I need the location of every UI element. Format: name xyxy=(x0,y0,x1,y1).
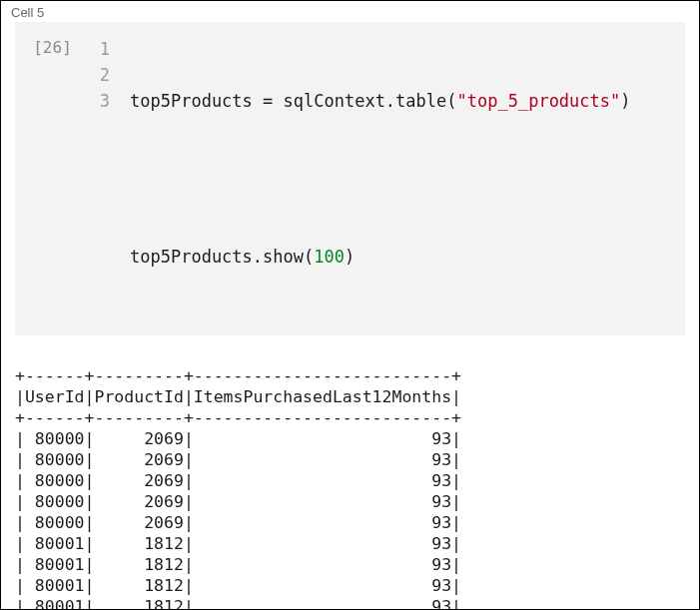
execution-count: [26] xyxy=(15,36,90,321)
line-gutter: 1 2 3 xyxy=(90,36,130,321)
code-token: top5Products = sqlContext.table( xyxy=(130,91,457,111)
code-token: ) xyxy=(345,247,354,267)
code-number: 100 xyxy=(314,247,345,267)
code-string: "top_5_products" xyxy=(457,91,621,111)
cell-title: Cell 5 xyxy=(1,1,699,22)
output-table: +------+---------+----------------------… xyxy=(15,365,685,610)
code-cell[interactable]: [26] 1 2 3 top5Products = sqlContext.tab… xyxy=(15,22,685,335)
code-content[interactable]: top5Products = sqlContext.table("top_5_p… xyxy=(130,36,631,321)
code-token: top5Products.show( xyxy=(130,247,314,267)
code-token: ) xyxy=(620,91,630,111)
